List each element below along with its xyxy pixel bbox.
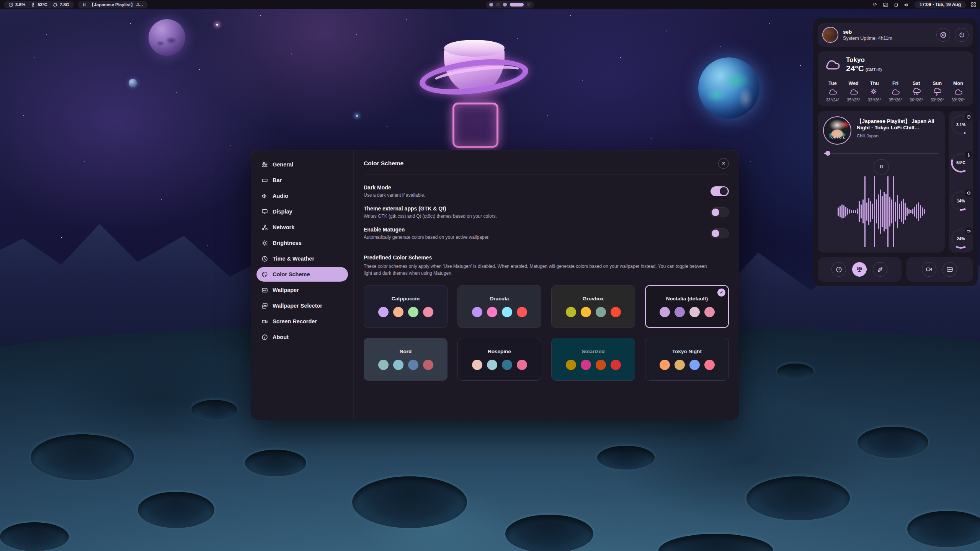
wallpaper-tray-icon[interactable]	[883, 2, 889, 8]
sidebar-item-wallpaper-selector[interactable]: Wallpaper Selector	[256, 298, 348, 313]
system-stats-pill[interactable]: 3.8% 53°C 7.8G	[4, 1, 74, 8]
screen-recorder-button[interactable]	[922, 262, 936, 277]
workspace-dot-4[interactable]	[510, 3, 524, 7]
crater	[191, 400, 237, 420]
sidebar-item-screen-recorder[interactable]: Screen Recorder	[256, 314, 348, 329]
input-method-tray-icon[interactable]	[872, 2, 878, 7]
sidebar-item-audio[interactable]: Audio	[256, 189, 348, 203]
apps-grid-icon[interactable]	[971, 2, 976, 7]
weather-temp: 24°C	[846, 64, 864, 73]
pause-button[interactable]	[874, 159, 889, 174]
visualizer-bar	[924, 209, 925, 214]
media-progress-knob[interactable]	[825, 151, 830, 156]
profile-performance-button[interactable]	[831, 262, 846, 277]
media-pill[interactable]: 【Japanese Playlist】 J…	[78, 1, 148, 8]
color-dot	[689, 360, 700, 370]
sidebar-item-about[interactable]: About	[256, 330, 348, 344]
system-uptime: System Uptime: 4h11m	[843, 36, 932, 41]
close-button[interactable]: ✕	[718, 158, 729, 169]
storm-cloud-icon	[933, 88, 942, 96]
color-dot	[660, 360, 670, 370]
sidebar-item-display[interactable]: Display	[256, 204, 348, 219]
visualizer-bar	[910, 210, 911, 213]
cpu-usage-stat: 3.8%	[8, 2, 25, 7]
sidebar-item-color-scheme[interactable]: Color Scheme	[256, 267, 348, 282]
dark-mode-toggle[interactable]	[710, 186, 729, 196]
scales-icon	[856, 266, 863, 273]
pause-icon	[82, 3, 87, 7]
visualizer-bar	[922, 207, 923, 216]
sidebar-item-general[interactable]: General	[256, 157, 348, 172]
visualizer-bar	[868, 198, 869, 225]
media-progress-slider[interactable]	[824, 151, 939, 155]
media-title: 【Japanese Playlist】 Japan All Night - To…	[857, 118, 939, 131]
notifications-bell-icon[interactable]	[893, 2, 899, 7]
workspace-dot-5[interactable]	[527, 3, 531, 7]
visualizer-bar	[853, 210, 854, 213]
cloud-icon	[828, 88, 837, 96]
neon-pedestal	[452, 103, 498, 148]
video-camera-icon	[261, 318, 268, 325]
sidebar-item-brightness[interactable]: Brightness	[256, 236, 348, 250]
scheme-card-noctalia[interactable]: Noctalia (default) ✓	[645, 285, 729, 328]
disk-icon	[967, 229, 971, 233]
color-dot	[472, 360, 482, 370]
scheme-card-dracula[interactable]: Dracula ✓	[457, 285, 541, 328]
scheme-card-rosepine[interactable]: Rosepine ✓	[457, 338, 541, 381]
clock-pill[interactable]: 17:09 - Tue, 19 Aug	[915, 1, 966, 8]
scheme-card-catppuccin[interactable]: Catppuccin ✓	[364, 285, 448, 328]
visualizer-bar	[862, 199, 864, 223]
workspace-dot-1[interactable]	[489, 3, 493, 7]
theme-external-apps-toggle[interactable]	[710, 207, 729, 217]
profile-powersaver-button[interactable]	[873, 262, 887, 277]
color-dot	[611, 360, 621, 370]
enable-matugen-toggle[interactable]	[710, 228, 729, 238]
purple-planet	[149, 19, 185, 56]
settings-window: General Bar Audio Display Network Bright…	[251, 150, 739, 420]
workspace-dot-3[interactable]	[503, 3, 507, 7]
sidebar-item-time-weather[interactable]: Time & Weather	[256, 251, 348, 266]
power-button[interactable]	[955, 28, 969, 42]
color-dot	[487, 360, 497, 370]
sidebar-item-bar[interactable]: Bar	[256, 173, 348, 187]
sidebar-item-wallpaper[interactable]: Wallpaper	[256, 283, 348, 297]
visualizer-bar	[882, 196, 883, 227]
workspace-indicator[interactable]	[486, 1, 534, 8]
color-dot	[581, 360, 591, 370]
visualizer-bar	[849, 209, 850, 214]
visualizer-bar	[874, 176, 875, 247]
section-description: These color schemes only apply when 'Use…	[364, 263, 716, 277]
page-title: Color Scheme	[364, 160, 403, 167]
visualizer-bar	[872, 204, 873, 219]
color-dot	[566, 307, 576, 317]
visualizer-bar	[893, 176, 894, 247]
image-icon	[261, 287, 268, 293]
leaf-icon	[877, 266, 884, 273]
profile-balanced-button[interactable]	[852, 262, 867, 277]
scheme-card-solarized[interactable]: Solarized ✓	[551, 338, 635, 381]
color-dot	[660, 307, 670, 317]
color-dot	[517, 360, 527, 370]
visualizer-bar	[905, 203, 906, 220]
crater	[777, 364, 813, 380]
scheme-card-gruvbox[interactable]: Gruvbox ✓	[551, 285, 635, 328]
crater	[352, 476, 467, 528]
scheme-card-nord[interactable]: Nord ✓	[364, 338, 448, 381]
color-dot	[408, 307, 418, 317]
workspace-dot-2[interactable]	[496, 3, 500, 7]
forecast-day: Tue 33°/24°	[824, 81, 841, 102]
wallpaper-tool-button[interactable]	[942, 262, 957, 277]
memory-stat: 7.8G	[53, 2, 69, 7]
volume-icon[interactable]	[904, 2, 910, 8]
forecast-day: Thu 33°/26°	[866, 81, 883, 102]
forecast-day: Sun 33°/26°	[928, 81, 946, 102]
sidebar-item-network[interactable]: Network	[256, 220, 348, 235]
settings-gear-button[interactable]	[936, 28, 950, 42]
scheme-card-tokyo-night[interactable]: Tokyo Night ✓	[645, 338, 729, 381]
visualizer-bar	[870, 201, 871, 222]
visualizer-bar	[887, 176, 889, 247]
color-dot	[704, 307, 715, 317]
visualizer-bar	[838, 207, 839, 216]
settings-content: Color Scheme ✕ Dark Mode Use a dark vari…	[354, 150, 739, 420]
forecast-day: Wed 35°/25°	[845, 81, 862, 102]
